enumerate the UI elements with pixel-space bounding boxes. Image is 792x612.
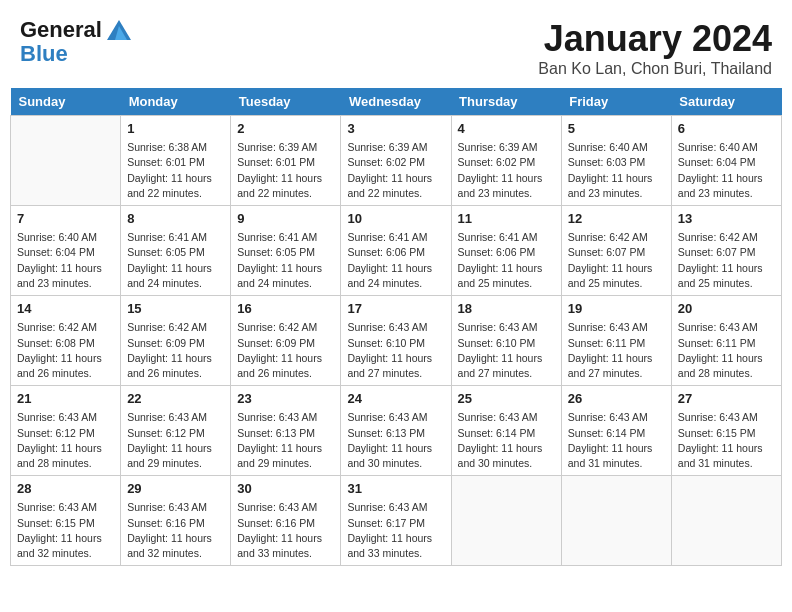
logo: General Blue — [20, 18, 133, 66]
calendar-cell: 10Sunrise: 6:41 AM Sunset: 6:06 PM Dayli… — [341, 206, 451, 296]
calendar-cell: 25Sunrise: 6:43 AM Sunset: 6:14 PM Dayli… — [451, 386, 561, 476]
day-info: Sunrise: 6:42 AM Sunset: 6:07 PM Dayligh… — [568, 230, 665, 291]
calendar-header-row: SundayMondayTuesdayWednesdayThursdayFrid… — [11, 88, 782, 116]
day-number: 26 — [568, 390, 665, 408]
day-number: 17 — [347, 300, 444, 318]
header-monday: Monday — [121, 88, 231, 116]
day-info: Sunrise: 6:41 AM Sunset: 6:05 PM Dayligh… — [127, 230, 224, 291]
day-number: 25 — [458, 390, 555, 408]
calendar-cell: 16Sunrise: 6:42 AM Sunset: 6:09 PM Dayli… — [231, 296, 341, 386]
calendar-cell: 6Sunrise: 6:40 AM Sunset: 6:04 PM Daylig… — [671, 116, 781, 206]
day-info: Sunrise: 6:39 AM Sunset: 6:02 PM Dayligh… — [347, 140, 444, 201]
day-info: Sunrise: 6:40 AM Sunset: 6:04 PM Dayligh… — [678, 140, 775, 201]
day-number: 30 — [237, 480, 334, 498]
day-info: Sunrise: 6:43 AM Sunset: 6:16 PM Dayligh… — [237, 500, 334, 561]
day-number: 14 — [17, 300, 114, 318]
day-number: 2 — [237, 120, 334, 138]
day-info: Sunrise: 6:43 AM Sunset: 6:15 PM Dayligh… — [17, 500, 114, 561]
calendar-cell: 23Sunrise: 6:43 AM Sunset: 6:13 PM Dayli… — [231, 386, 341, 476]
calendar-cell: 28Sunrise: 6:43 AM Sunset: 6:15 PM Dayli… — [11, 476, 121, 566]
day-number: 5 — [568, 120, 665, 138]
day-number: 1 — [127, 120, 224, 138]
day-number: 15 — [127, 300, 224, 318]
week-row-4: 21Sunrise: 6:43 AM Sunset: 6:12 PM Dayli… — [11, 386, 782, 476]
day-info: Sunrise: 6:41 AM Sunset: 6:05 PM Dayligh… — [237, 230, 334, 291]
calendar-cell — [561, 476, 671, 566]
calendar-cell: 17Sunrise: 6:43 AM Sunset: 6:10 PM Dayli… — [341, 296, 451, 386]
day-info: Sunrise: 6:43 AM Sunset: 6:14 PM Dayligh… — [568, 410, 665, 471]
day-number: 31 — [347, 480, 444, 498]
day-info: Sunrise: 6:43 AM Sunset: 6:13 PM Dayligh… — [237, 410, 334, 471]
day-number: 9 — [237, 210, 334, 228]
day-info: Sunrise: 6:43 AM Sunset: 6:12 PM Dayligh… — [17, 410, 114, 471]
day-number: 10 — [347, 210, 444, 228]
calendar-cell: 14Sunrise: 6:42 AM Sunset: 6:08 PM Dayli… — [11, 296, 121, 386]
logo-blue: Blue — [20, 42, 133, 66]
day-info: Sunrise: 6:42 AM Sunset: 6:09 PM Dayligh… — [237, 320, 334, 381]
day-number: 22 — [127, 390, 224, 408]
calendar-cell: 3Sunrise: 6:39 AM Sunset: 6:02 PM Daylig… — [341, 116, 451, 206]
day-info: Sunrise: 6:43 AM Sunset: 6:11 PM Dayligh… — [678, 320, 775, 381]
day-info: Sunrise: 6:43 AM Sunset: 6:15 PM Dayligh… — [678, 410, 775, 471]
day-number: 29 — [127, 480, 224, 498]
day-info: Sunrise: 6:43 AM Sunset: 6:10 PM Dayligh… — [458, 320, 555, 381]
day-info: Sunrise: 6:42 AM Sunset: 6:07 PM Dayligh… — [678, 230, 775, 291]
day-info: Sunrise: 6:40 AM Sunset: 6:03 PM Dayligh… — [568, 140, 665, 201]
calendar-cell: 8Sunrise: 6:41 AM Sunset: 6:05 PM Daylig… — [121, 206, 231, 296]
calendar-title: January 2024 — [538, 18, 772, 60]
day-info: Sunrise: 6:41 AM Sunset: 6:06 PM Dayligh… — [347, 230, 444, 291]
calendar-cell — [451, 476, 561, 566]
day-number: 19 — [568, 300, 665, 318]
calendar-cell: 18Sunrise: 6:43 AM Sunset: 6:10 PM Dayli… — [451, 296, 561, 386]
calendar-cell: 24Sunrise: 6:43 AM Sunset: 6:13 PM Dayli… — [341, 386, 451, 476]
day-number: 20 — [678, 300, 775, 318]
day-info: Sunrise: 6:40 AM Sunset: 6:04 PM Dayligh… — [17, 230, 114, 291]
calendar-cell: 5Sunrise: 6:40 AM Sunset: 6:03 PM Daylig… — [561, 116, 671, 206]
week-row-1: 1Sunrise: 6:38 AM Sunset: 6:01 PM Daylig… — [11, 116, 782, 206]
header-thursday: Thursday — [451, 88, 561, 116]
day-number: 6 — [678, 120, 775, 138]
day-number: 8 — [127, 210, 224, 228]
day-number: 12 — [568, 210, 665, 228]
week-row-3: 14Sunrise: 6:42 AM Sunset: 6:08 PM Dayli… — [11, 296, 782, 386]
header-saturday: Saturday — [671, 88, 781, 116]
day-number: 7 — [17, 210, 114, 228]
calendar-cell: 22Sunrise: 6:43 AM Sunset: 6:12 PM Dayli… — [121, 386, 231, 476]
header-wednesday: Wednesday — [341, 88, 451, 116]
day-number: 24 — [347, 390, 444, 408]
calendar-cell: 2Sunrise: 6:39 AM Sunset: 6:01 PM Daylig… — [231, 116, 341, 206]
calendar-cell — [11, 116, 121, 206]
day-number: 11 — [458, 210, 555, 228]
day-number: 3 — [347, 120, 444, 138]
day-number: 27 — [678, 390, 775, 408]
calendar-cell: 19Sunrise: 6:43 AM Sunset: 6:11 PM Dayli… — [561, 296, 671, 386]
calendar-cell: 1Sunrise: 6:38 AM Sunset: 6:01 PM Daylig… — [121, 116, 231, 206]
day-number: 21 — [17, 390, 114, 408]
header-friday: Friday — [561, 88, 671, 116]
day-info: Sunrise: 6:39 AM Sunset: 6:01 PM Dayligh… — [237, 140, 334, 201]
day-info: Sunrise: 6:42 AM Sunset: 6:08 PM Dayligh… — [17, 320, 114, 381]
day-info: Sunrise: 6:43 AM Sunset: 6:11 PM Dayligh… — [568, 320, 665, 381]
day-number: 18 — [458, 300, 555, 318]
day-number: 23 — [237, 390, 334, 408]
header-tuesday: Tuesday — [231, 88, 341, 116]
calendar-cell: 27Sunrise: 6:43 AM Sunset: 6:15 PM Dayli… — [671, 386, 781, 476]
calendar-cell: 29Sunrise: 6:43 AM Sunset: 6:16 PM Dayli… — [121, 476, 231, 566]
title-block: January 2024 Ban Ko Lan, Chon Buri, Thai… — [538, 18, 772, 78]
day-info: Sunrise: 6:43 AM Sunset: 6:13 PM Dayligh… — [347, 410, 444, 471]
calendar-cell: 31Sunrise: 6:43 AM Sunset: 6:17 PM Dayli… — [341, 476, 451, 566]
header-sunday: Sunday — [11, 88, 121, 116]
calendar-cell — [671, 476, 781, 566]
calendar-cell: 15Sunrise: 6:42 AM Sunset: 6:09 PM Dayli… — [121, 296, 231, 386]
day-info: Sunrise: 6:39 AM Sunset: 6:02 PM Dayligh… — [458, 140, 555, 201]
calendar-cell: 30Sunrise: 6:43 AM Sunset: 6:16 PM Dayli… — [231, 476, 341, 566]
calendar-cell: 21Sunrise: 6:43 AM Sunset: 6:12 PM Dayli… — [11, 386, 121, 476]
calendar-cell: 12Sunrise: 6:42 AM Sunset: 6:07 PM Dayli… — [561, 206, 671, 296]
calendar-cell: 13Sunrise: 6:42 AM Sunset: 6:07 PM Dayli… — [671, 206, 781, 296]
day-info: Sunrise: 6:43 AM Sunset: 6:12 PM Dayligh… — [127, 410, 224, 471]
day-info: Sunrise: 6:43 AM Sunset: 6:17 PM Dayligh… — [347, 500, 444, 561]
day-info: Sunrise: 6:43 AM Sunset: 6:10 PM Dayligh… — [347, 320, 444, 381]
calendar-cell: 26Sunrise: 6:43 AM Sunset: 6:14 PM Dayli… — [561, 386, 671, 476]
day-number: 16 — [237, 300, 334, 318]
day-info: Sunrise: 6:43 AM Sunset: 6:16 PM Dayligh… — [127, 500, 224, 561]
